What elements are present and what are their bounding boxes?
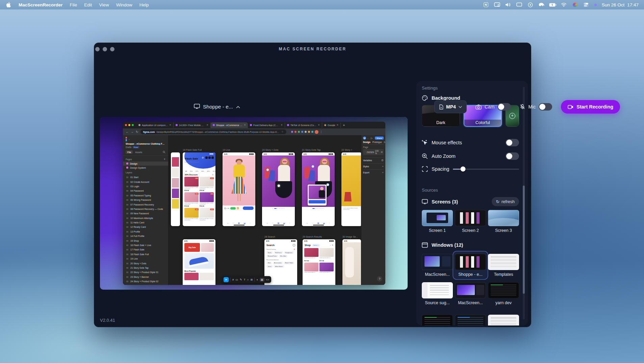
figma-logo-icon[interactable]: [126, 137, 127, 141]
search-chip[interactable]: Mustard Pants: [266, 255, 278, 258]
mic-toggle[interactable]: [539, 103, 552, 111]
frame-live[interactable]: 9:41 1.5k ⏩ ⌂♡▦⬓◌: [223, 152, 255, 226]
figma-layer-item[interactable]: 09 New Password: [123, 211, 168, 216]
back-icon[interactable]: ←: [126, 130, 129, 134]
refresh-button[interactable]: ↻ refresh: [492, 197, 519, 206]
window-source-item[interactable]: Templates: [488, 254, 519, 277]
frame-search-results[interactable]: 9:41 Shop Socks × ⌕⇅ Lorem ipsum dolor s…: [303, 239, 335, 285]
frame-story-dots[interactable]: 9:41 ⌂♡▦⬓◌: [262, 152, 295, 226]
extension-icon[interactable]: [308, 131, 310, 133]
figma-layer-item[interactable]: 08 Password Recovery — Code: [123, 207, 168, 211]
popup-shop-button[interactable]: [309, 200, 326, 203]
figma-page-item[interactable]: Design: [123, 162, 168, 166]
hotspot-dot[interactable]: [278, 185, 280, 187]
figma-layer-item[interactable]: 21 Story Dots Tap: [123, 266, 168, 270]
color-swatch[interactable]: [364, 151, 366, 153]
tab-close-icon[interactable]: ✕: [318, 124, 320, 126]
notion-status-icon[interactable]: N: [483, 2, 489, 7]
figma-layer-item[interactable]: 20 Story + Dots: [123, 261, 168, 265]
browser-tab[interactable]: Application UI components - ✕: [136, 122, 174, 128]
extension-icon[interactable]: [305, 131, 307, 133]
search-chip[interactable]: Sunglasses: [284, 251, 294, 254]
figma-layer-item[interactable]: 18 Flash Sale Full: [123, 252, 168, 257]
tab-close-icon[interactable]: ✕: [206, 124, 208, 126]
chevron-down-icon[interactable]: ⌄: [367, 137, 368, 139]
settings-scrollbar-thumb[interactable]: [523, 186, 525, 294]
collaborator-avatar[interactable]: M: [363, 137, 366, 140]
discount-chip[interactable]: 40%: [206, 170, 211, 172]
discount-chip[interactable]: All: [184, 170, 188, 172]
styles-label[interactable]: Styles: [363, 165, 369, 168]
browser-tab[interactable]: Food Delivery App (Commu... ✕: [248, 122, 285, 128]
bookmark-star-icon[interactable]: ☆: [281, 130, 283, 133]
mammoth-app-icon[interactable]: [539, 2, 545, 7]
discount-chip[interactable]: 30%: [200, 170, 205, 172]
frame-label[interactable]: 19 Live: [223, 149, 230, 151]
tab-close-icon[interactable]: ✕: [169, 124, 171, 126]
frame-label[interactable]: 22 Story +: [341, 149, 352, 151]
figma-layer-item[interactable]: 10 Maximum Attempts: [123, 216, 168, 220]
wifi-icon[interactable]: [561, 2, 567, 7]
design-tab[interactable]: Design: [363, 141, 370, 143]
apple-menu-icon[interactable]: [5, 2, 11, 7]
menu-help[interactable]: Help: [139, 2, 149, 7]
start-recording-button[interactable]: Start Recording: [561, 100, 620, 114]
hotspot-ring[interactable]: [266, 168, 269, 171]
search-chip[interactable]: Skirt: [266, 262, 272, 264]
window-source-item[interactable]: yarn dev: [488, 282, 519, 305]
reload-icon[interactable]: ↻: [136, 130, 138, 134]
frame-story-product[interactable]: 9:41 Lorem ipsum dolor sit amet consecte…: [341, 152, 361, 226]
menu-edit[interactable]: Edit: [84, 2, 92, 7]
zoom-level[interactable]: 64%: [384, 141, 386, 143]
code-tool-icon[interactable]: <>: [266, 278, 269, 281]
text-tool-icon[interactable]: T: [244, 278, 246, 281]
search-chip[interactable]: 80-s Skirt: [279, 255, 287, 258]
volume-icon[interactable]: [505, 2, 511, 7]
search-chip[interactable]: Red Dress: [274, 251, 283, 254]
add-page-icon[interactable]: +: [164, 158, 165, 161]
extension-icon[interactable]: [298, 131, 300, 133]
search-chip[interactable]: Accessories: [273, 262, 283, 264]
window-source-item[interactable]: MacScreen...: [455, 282, 486, 305]
menu-window[interactable]: Window: [116, 2, 132, 7]
discount-chip[interactable]: 20%: [195, 170, 199, 172]
pen-tool-icon[interactable]: ✎: [240, 278, 242, 281]
figma-assets-tab[interactable]: Assets: [135, 151, 142, 153]
close-window-button[interactable]: [95, 47, 100, 51]
browser-tab[interactable]: 14,000+ Free Mobile App De... ✕: [174, 122, 211, 128]
frame-label[interactable]: 21 Story Dots Tap: [302, 149, 321, 151]
mouse-effects-toggle[interactable]: [506, 139, 519, 146]
screen-source-item[interactable]: Screen 1: [422, 210, 453, 233]
figma-layer-item[interactable]: 03 Login: [123, 184, 168, 189]
window-controls[interactable]: [95, 47, 114, 51]
add-style-icon[interactable]: +: [382, 165, 384, 168]
figma-layer-item[interactable]: 11 Hello Card: [123, 220, 168, 225]
minimize-window-button[interactable]: [103, 47, 107, 51]
window-thumbnail[interactable]: [488, 315, 519, 325]
figma-layer-item[interactable]: 12 Ready Card: [123, 225, 168, 229]
screen-source-item[interactable]: Screen 2: [455, 210, 486, 233]
browser-profile-avatar[interactable]: [315, 130, 318, 134]
display-icon[interactable]: [516, 2, 522, 7]
trash-icon[interactable]: 🗑: [294, 248, 295, 250]
frame-label[interactable]: 29 Search Results: [303, 236, 322, 238]
menu-file[interactable]: File: [70, 2, 77, 7]
page-color-row[interactable]: 292929 100 %: [363, 149, 384, 155]
extension-icon[interactable]: [301, 131, 303, 133]
frame-image[interactable]: 9:41: [342, 239, 361, 285]
ellipse-tool-icon[interactable]: ○: [247, 278, 249, 281]
extension-icon[interactable]: [311, 131, 313, 133]
figma-layer-item[interactable]: 06 Wrong Password: [123, 198, 168, 202]
shape-tool-icon[interactable]: ▭: [235, 278, 238, 281]
move-tool-icon[interactable]: ➤: [224, 277, 229, 282]
tab-close-icon[interactable]: ✕: [337, 124, 339, 126]
figma-layer-item[interactable]: 24 Story + Product Style 02: [123, 279, 168, 284]
browser-menu-icon[interactable]: ⋮: [320, 130, 323, 134]
figma-layer-item[interactable]: 01 Start: [123, 175, 168, 179]
source-selector[interactable]: Shoppe - e...: [194, 104, 240, 110]
screen-mirroring-icon[interactable]: [494, 2, 500, 7]
discount-chip[interactable]: 50%: [212, 170, 215, 172]
figma-layer-item[interactable]: 16 Flash Sale + Live: [123, 243, 168, 247]
window-thumbnail[interactable]: [455, 315, 486, 325]
figma-canvas[interactable]: 18 Flash Sale Full Flash Sale Choose You…: [169, 135, 361, 285]
